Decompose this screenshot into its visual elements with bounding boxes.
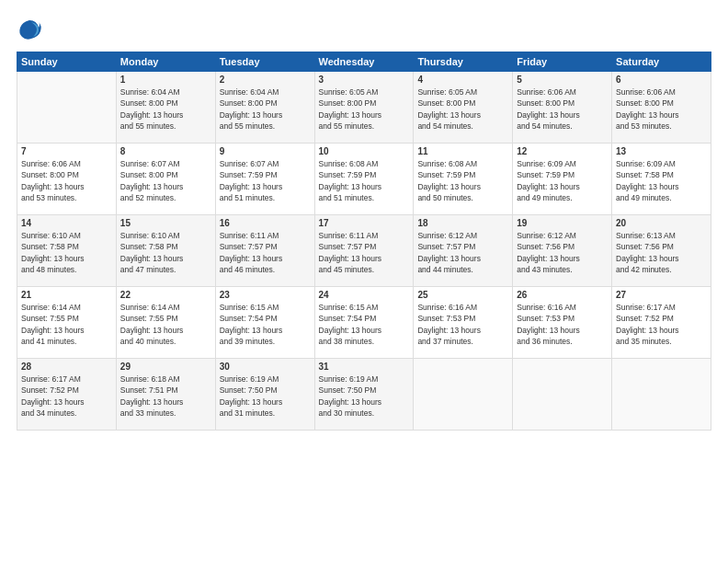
day-number: 26 [517,290,608,300]
day-info: Sunrise: 6:13 AMSunset: 7:56 PMDaylight:… [616,230,707,275]
day-info: Sunrise: 6:07 AMSunset: 7:59 PMDaylight:… [220,158,311,203]
col-thursday: Thursday [414,52,513,72]
day-number: 7 [21,146,112,156]
day-info: Sunrise: 6:19 AMSunset: 7:50 PMDaylight:… [220,373,311,419]
day-number: 27 [616,290,707,300]
day-number: 18 [417,218,508,228]
day-info: Sunrise: 6:04 AMSunset: 8:00 PMDaylight:… [220,86,311,132]
day-number: 8 [120,146,211,156]
calendar-cell: 11Sunrise: 6:08 AMSunset: 7:59 PMDayligh… [414,144,513,215]
calendar-cell: 29Sunrise: 6:18 AMSunset: 7:51 PMDayligh… [116,359,215,431]
col-wednesday: Wednesday [314,52,414,72]
calendar-cell: 23Sunrise: 6:15 AMSunset: 7:54 PMDayligh… [215,287,314,359]
day-number: 30 [220,362,311,372]
calendar-cell: 14Sunrise: 6:10 AMSunset: 7:58 PMDayligh… [17,215,117,287]
page: Sunday Monday Tuesday Wednesday Thursday… [0,0,728,563]
day-info: Sunrise: 6:15 AMSunset: 7:54 PMDaylight:… [319,302,410,347]
calendar-cell [414,359,513,431]
day-number: 1 [120,75,211,85]
day-number: 16 [220,218,311,228]
day-number: 20 [616,218,707,228]
calendar-cell: 21Sunrise: 6:14 AMSunset: 7:55 PMDayligh… [17,287,117,359]
calendar-cell: 15Sunrise: 6:10 AMSunset: 7:58 PMDayligh… [116,215,215,287]
day-info: Sunrise: 6:19 AMSunset: 7:50 PMDaylight:… [319,373,410,419]
day-number: 29 [120,362,211,372]
day-info: Sunrise: 6:08 AMSunset: 7:59 PMDaylight:… [319,158,410,203]
day-info: Sunrise: 6:05 AMSunset: 8:00 PMDaylight:… [417,86,508,132]
day-info: Sunrise: 6:11 AMSunset: 7:57 PMDaylight:… [319,230,410,275]
day-number: 12 [517,146,608,156]
calendar-cell: 26Sunrise: 6:16 AMSunset: 7:53 PMDayligh… [513,287,612,359]
calendar-week-row: 14Sunrise: 6:10 AMSunset: 7:58 PMDayligh… [17,215,711,287]
day-info: Sunrise: 6:10 AMSunset: 7:58 PMDaylight:… [120,230,211,275]
day-info: Sunrise: 6:04 AMSunset: 8:00 PMDaylight:… [120,86,211,132]
calendar-cell: 1Sunrise: 6:04 AMSunset: 8:00 PMDaylight… [116,72,215,144]
calendar-week-row: 1Sunrise: 6:04 AMSunset: 8:00 PMDaylight… [17,72,711,144]
calendar-cell: 16Sunrise: 6:11 AMSunset: 7:57 PMDayligh… [215,215,314,287]
logo-icon [17,17,42,42]
day-number: 23 [220,290,311,300]
day-info: Sunrise: 6:12 AMSunset: 7:56 PMDaylight:… [517,230,608,275]
day-info: Sunrise: 6:15 AMSunset: 7:54 PMDaylight:… [220,302,311,347]
calendar-header-row: Sunday Monday Tuesday Wednesday Thursday… [17,52,711,72]
calendar-table: Sunday Monday Tuesday Wednesday Thursday… [17,52,711,431]
logo [17,17,46,42]
calendar-cell: 4Sunrise: 6:05 AMSunset: 8:00 PMDaylight… [414,72,513,144]
calendar-week-row: 21Sunrise: 6:14 AMSunset: 7:55 PMDayligh… [17,287,711,359]
day-number: 2 [220,75,311,85]
calendar-cell: 6Sunrise: 6:06 AMSunset: 8:00 PMDaylight… [612,72,711,144]
day-info: Sunrise: 6:06 AMSunset: 8:00 PMDaylight:… [616,86,707,132]
day-number: 5 [517,75,608,85]
col-monday: Monday [116,52,215,72]
calendar-cell: 28Sunrise: 6:17 AMSunset: 7:52 PMDayligh… [17,359,117,431]
calendar-cell: 31Sunrise: 6:19 AMSunset: 7:50 PMDayligh… [314,359,414,431]
day-info: Sunrise: 6:09 AMSunset: 7:59 PMDaylight:… [517,158,608,203]
col-saturday: Saturday [612,52,711,72]
calendar-cell: 10Sunrise: 6:08 AMSunset: 7:59 PMDayligh… [314,144,414,215]
calendar-cell: 27Sunrise: 6:17 AMSunset: 7:52 PMDayligh… [612,287,711,359]
calendar-cell: 20Sunrise: 6:13 AMSunset: 7:56 PMDayligh… [612,215,711,287]
calendar-week-row: 7Sunrise: 6:06 AMSunset: 8:00 PMDaylight… [17,144,711,215]
col-tuesday: Tuesday [215,52,314,72]
day-info: Sunrise: 6:14 AMSunset: 7:55 PMDaylight:… [120,302,211,347]
calendar-cell: 18Sunrise: 6:12 AMSunset: 7:57 PMDayligh… [414,215,513,287]
day-info: Sunrise: 6:06 AMSunset: 8:00 PMDaylight:… [517,86,608,132]
day-number: 10 [319,146,410,156]
day-info: Sunrise: 6:06 AMSunset: 8:00 PMDaylight:… [21,158,112,203]
day-number: 21 [21,290,112,300]
day-info: Sunrise: 6:14 AMSunset: 7:55 PMDaylight:… [21,302,112,347]
day-info: Sunrise: 6:07 AMSunset: 8:00 PMDaylight:… [120,158,211,203]
day-info: Sunrise: 6:17 AMSunset: 7:52 PMDaylight:… [21,373,112,419]
day-number: 14 [21,218,112,228]
calendar-cell: 19Sunrise: 6:12 AMSunset: 7:56 PMDayligh… [513,215,612,287]
calendar-cell: 30Sunrise: 6:19 AMSunset: 7:50 PMDayligh… [215,359,314,431]
day-number: 17 [319,218,410,228]
calendar-cell: 22Sunrise: 6:14 AMSunset: 7:55 PMDayligh… [116,287,215,359]
day-info: Sunrise: 6:10 AMSunset: 7:58 PMDaylight:… [21,230,112,275]
col-sunday: Sunday [17,52,117,72]
calendar-cell [612,359,711,431]
day-number: 9 [220,146,311,156]
col-friday: Friday [513,52,612,72]
day-number: 13 [616,146,707,156]
day-info: Sunrise: 6:08 AMSunset: 7:59 PMDaylight:… [417,158,508,203]
day-number: 25 [417,290,508,300]
calendar-cell: 13Sunrise: 6:09 AMSunset: 7:58 PMDayligh… [612,144,711,215]
day-info: Sunrise: 6:18 AMSunset: 7:51 PMDaylight:… [120,373,211,419]
day-number: 6 [616,75,707,85]
calendar-cell: 9Sunrise: 6:07 AMSunset: 7:59 PMDaylight… [215,144,314,215]
day-number: 3 [319,75,410,85]
calendar-cell [513,359,612,431]
calendar-cell: 24Sunrise: 6:15 AMSunset: 7:54 PMDayligh… [314,287,414,359]
day-info: Sunrise: 6:11 AMSunset: 7:57 PMDaylight:… [220,230,311,275]
day-number: 19 [517,218,608,228]
calendar-cell: 8Sunrise: 6:07 AMSunset: 8:00 PMDaylight… [116,144,215,215]
day-number: 22 [120,290,211,300]
calendar-cell: 12Sunrise: 6:09 AMSunset: 7:59 PMDayligh… [513,144,612,215]
day-number: 4 [417,75,508,85]
header [17,17,711,42]
calendar-cell: 7Sunrise: 6:06 AMSunset: 8:00 PMDaylight… [17,144,117,215]
day-info: Sunrise: 6:12 AMSunset: 7:57 PMDaylight:… [417,230,508,275]
day-info: Sunrise: 6:17 AMSunset: 7:52 PMDaylight:… [616,302,707,347]
day-info: Sunrise: 6:09 AMSunset: 7:58 PMDaylight:… [616,158,707,203]
